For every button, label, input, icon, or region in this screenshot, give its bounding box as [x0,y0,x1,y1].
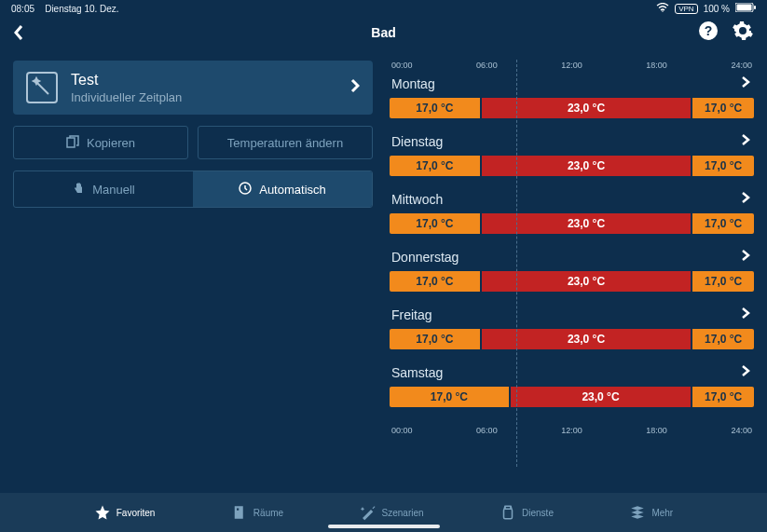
temp-segment: 23,0 °C [482,271,691,292]
day-header[interactable]: Montag [390,74,754,98]
battery-icon [735,3,756,14]
clock-icon [239,182,252,198]
copy-icon [66,135,79,151]
mode-auto[interactable]: Automatisch [193,171,372,207]
chevron-right-icon [741,249,750,266]
tab-rooms[interactable]: Räume [231,504,283,521]
day-donnerstag: Donnerstag17,0 °C23,0 °C17,0 °C [390,247,754,292]
svg-rect-7 [67,138,75,147]
temp-segment: 17,0 °C [390,213,480,234]
wand-icon [26,72,58,103]
svg-point-0 [662,10,664,12]
day-dienstag: Dienstag17,0 °C23,0 °C17,0 °C [390,131,754,176]
status-bar: 08:05 Dienstag 10. Dez. VPN 100 % [0,0,767,14]
temp-segment: 23,0 °C [511,387,692,407]
temp-bar: 17,0 °C23,0 °C17,0 °C [390,271,754,292]
help-icon[interactable]: ? [698,20,719,45]
back-button[interactable] [13,23,24,42]
hand-icon [72,182,85,198]
chevron-right-icon [741,307,750,323]
copy-label: Kopieren [87,136,135,150]
svg-rect-9 [235,506,243,519]
vpn-badge: VPN [675,4,697,14]
plan-title: Test [71,72,337,89]
change-temps-button[interactable]: Temperaturen ändern [198,126,373,159]
day-header[interactable]: Dienstag [390,131,754,156]
day-name: Samstag [391,365,443,380]
home-indicator [328,525,440,528]
plan-subtitle: Individueller Zeitplan [71,90,337,104]
temp-bar: 17,0 °C23,0 °C17,0 °C [390,329,754,349]
gear-icon[interactable] [732,20,754,46]
day-name: Montag [391,76,435,91]
time-scale-bottom: 00:0006:0012:0018:0024:00 [390,426,754,435]
temp-bar: 17,0 °C23,0 °C17,0 °C [390,98,754,118]
temp-segment: 23,0 °C [482,156,691,176]
temp-bar: 17,0 °C23,0 °C17,0 °C [390,213,754,234]
temp-segment: 23,0 °C [482,329,691,349]
day-name: Mittwoch [391,192,443,207]
chevron-right-icon [741,75,750,92]
svg-rect-3 [754,6,756,9]
mode-manual-label: Manuell [92,183,135,197]
mode-auto-label: Automatisch [259,183,326,197]
day-header[interactable]: Samstag [390,362,754,387]
battery-pct: 100 % [704,4,730,14]
status-right: VPN 100 % [656,3,756,14]
schedule-panel: 00:0006:0012:0018:0024:00 Montag17,0 °C2… [390,61,754,439]
temp-bar: 17,0 °C23,0 °C17,0 °C [390,387,754,407]
chevron-right-icon [741,191,750,208]
temp-segment: 17,0 °C [390,98,480,118]
day-header[interactable]: Mittwoch [390,189,754,213]
chevron-right-icon [741,364,750,381]
temp-segment: 17,0 °C [692,213,754,234]
tab-more-label: Mehr [651,508,673,518]
day-header[interactable]: Freitag [390,305,754,329]
svg-rect-10 [237,509,239,511]
tab-fav-label: Favoriten [116,508,156,518]
temp-segment: 17,0 °C [692,387,754,407]
wifi-icon [656,3,669,14]
tab-serv-label: Dienste [522,508,554,518]
temp-segment: 17,0 °C [692,271,754,292]
tab-rooms-label: Räume [253,508,283,518]
temp-segment: 17,0 °C [692,329,754,349]
temp-bar: 17,0 °C23,0 °C17,0 °C [390,156,754,176]
tab-scen-label: Szenarien [382,508,424,518]
temp-segment: 17,0 °C [390,329,480,349]
day-montag: Montag17,0 °C23,0 °C17,0 °C [390,74,754,118]
chevron-right-icon [350,78,360,97]
svg-rect-2 [737,5,752,11]
temp-segment: 17,0 °C [390,387,509,407]
copy-button[interactable]: Kopieren [13,126,188,159]
mode-manual[interactable]: Manuell [14,171,193,207]
day-name: Donnerstag [391,250,459,265]
svg-text:?: ? [705,23,713,38]
day-mittwoch: Mittwoch17,0 °C23,0 °C17,0 °C [390,189,754,234]
day-header[interactable]: Donnerstag [390,247,754,271]
day-freitag: Freitag17,0 °C23,0 °C17,0 °C [390,305,754,349]
temp-segment: 17,0 °C [692,98,754,118]
time-scale-top: 00:0006:0012:0018:0024:00 [390,61,754,70]
status-time: 08:05 [11,4,34,14]
temp-segment: 23,0 °C [482,213,691,234]
temp-segment: 17,0 °C [390,156,480,176]
header: Bad ? [0,14,767,55]
plan-card[interactable]: Test Individueller Zeitplan [13,61,373,115]
status-date: Dienstag 10. Dez. [45,4,119,14]
temp-segment: 17,0 °C [692,156,754,176]
day-name: Dienstag [391,134,443,149]
temp-segment: 17,0 °C [390,271,480,292]
status-left: 08:05 Dienstag 10. Dez. [11,4,119,14]
page-title: Bad [371,25,395,40]
tab-scenarios[interactable]: Szenarien [360,504,424,521]
tab-more[interactable]: Mehr [629,504,673,521]
tab-favorites[interactable]: Favoriten [94,504,156,521]
chevron-right-icon [741,133,750,150]
change-temps-label: Temperaturen ändern [227,136,343,150]
tab-services[interactable]: Dienste [500,504,554,521]
temp-segment: 23,0 °C [482,98,691,118]
day-samstag: Samstag17,0 °C23,0 °C17,0 °C [390,362,754,407]
day-name: Freitag [391,307,432,322]
